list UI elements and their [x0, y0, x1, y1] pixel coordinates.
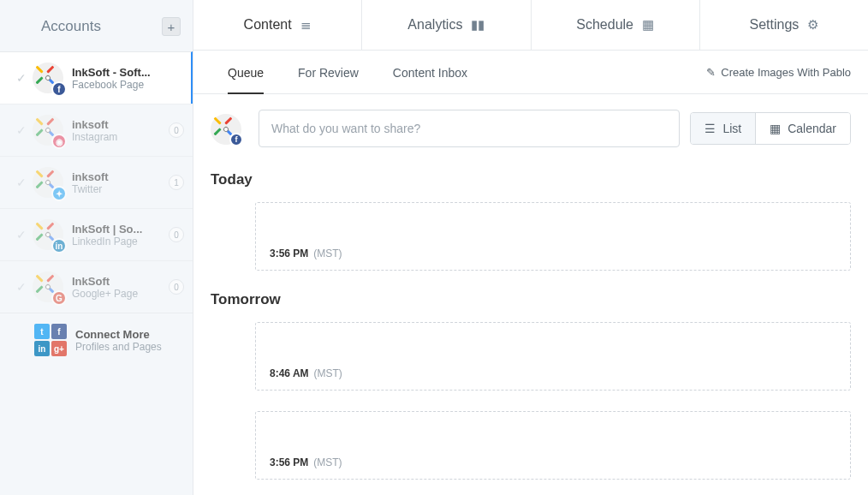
- tab-schedule[interactable]: Schedule ▦: [532, 0, 700, 50]
- list-icon: ☰: [705, 122, 716, 135]
- view-toggle: ☰ List ▦ Calendar: [690, 112, 851, 145]
- account-subtype: LinkedIn Page: [72, 236, 163, 248]
- check-icon: ✓: [10, 71, 33, 85]
- tab-label: Content: [244, 17, 292, 33]
- subtab-for-review[interactable]: For Review: [281, 51, 376, 93]
- slot-time: 3:56 PM: [270, 248, 308, 259]
- slot-timezone: (MST): [313, 456, 342, 468]
- calendar-label: Calendar: [788, 122, 836, 135]
- avatar: in: [33, 219, 63, 250]
- account-name: InkSoft | So...: [72, 223, 163, 236]
- account-subtype: Google+ Page: [72, 288, 163, 300]
- connect-more-button[interactable]: tf ing+ Connect More Profiles and Pages: [0, 313, 193, 367]
- check-icon: ✓: [10, 123, 33, 137]
- accounts-list: ✓ f InkSoft - Soft... Facebook Page ✓ ◉ …: [0, 51, 193, 367]
- tab-settings[interactable]: Settings ⚙: [700, 0, 868, 50]
- connect-title: Connect More: [75, 328, 184, 341]
- connect-sub: Profiles and Pages: [75, 341, 184, 353]
- account-item-twitter[interactable]: ✓ ✦ inksoft Twitter 1: [0, 156, 193, 208]
- calendar-view-button[interactable]: ▦ Calendar: [755, 113, 850, 144]
- account-item-linkedin[interactable]: ✓ in InkSoft | So... LinkedIn Page 0: [0, 208, 193, 260]
- instagram-icon: ◉: [51, 134, 67, 149]
- tab-content[interactable]: Content ≣: [193, 0, 362, 50]
- accounts-sidebar: Accounts + ✓ f InkSoft - Soft... Faceboo…: [0, 0, 193, 495]
- sidebar-title: Accounts: [41, 18, 101, 35]
- slot-timezone: (MST): [313, 248, 342, 259]
- facebook-icon: f: [51, 81, 67, 97]
- tab-label: Schedule: [576, 17, 633, 33]
- sidebar-header: Accounts +: [0, 12, 193, 51]
- googleplus-icon: G: [51, 290, 67, 306]
- slot-time: 3:56 PM: [270, 456, 308, 468]
- share-input[interactable]: [259, 110, 680, 147]
- account-item-facebook[interactable]: ✓ f InkSoft - Soft... Facebook Page: [0, 51, 193, 104]
- queue-count-badge: 0: [169, 122, 184, 138]
- day-heading: Today: [211, 171, 851, 188]
- account-name: inksoft: [72, 118, 163, 131]
- slot-timezone: (MST): [313, 367, 342, 379]
- account-item-instagram[interactable]: ✓ ◉ inksoft Instagram 0: [0, 104, 193, 156]
- avatar: ◉: [33, 115, 63, 146]
- composer-avatar: f: [211, 114, 240, 143]
- main-area: Content ≣ Analytics ▮▮ Schedule ▦ Settin…: [193, 0, 868, 495]
- gear-icon: ⚙: [807, 17, 818, 33]
- account-subtype: Twitter: [72, 183, 163, 195]
- calendar-icon: ▦: [770, 122, 781, 135]
- account-name: InkSoft: [72, 275, 163, 288]
- linkedin-icon: in: [51, 238, 67, 253]
- top-nav: Content ≣ Analytics ▮▮ Schedule ▦ Settin…: [193, 0, 868, 51]
- check-icon: ✓: [10, 228, 33, 242]
- day-heading: Tomorrow: [211, 291, 851, 308]
- account-subtype: Instagram: [72, 131, 163, 143]
- connect-icons: tf ing+: [34, 324, 67, 356]
- slot-time: 8:46 AM: [270, 367, 309, 379]
- list-view-button[interactable]: ☰ List: [691, 113, 755, 144]
- queue-count-badge: 0: [169, 279, 184, 295]
- tab-analytics[interactable]: Analytics ▮▮: [362, 0, 531, 50]
- wand-icon: ✎: [706, 66, 716, 79]
- account-subtype: Facebook Page: [72, 79, 182, 91]
- tab-label: Settings: [749, 17, 799, 33]
- list-label: List: [722, 122, 741, 135]
- stack-icon: ≣: [300, 17, 312, 33]
- check-icon: ✓: [10, 280, 33, 294]
- composer-row: f ☰ List ▦ Calendar: [211, 110, 851, 147]
- avatar: G: [33, 271, 63, 302]
- facebook-icon: f: [229, 133, 243, 146]
- add-account-button[interactable]: +: [162, 17, 181, 36]
- twitter-icon: ✦: [51, 186, 67, 201]
- queue-slot[interactable]: 3:56 PM (MST): [255, 411, 851, 480]
- avatar: f: [33, 63, 63, 93]
- account-name: inksoft: [72, 170, 163, 183]
- account-name: InkSoft - Soft...: [72, 66, 182, 79]
- sub-nav: Queue For Review Content Inbox ✎ Create …: [193, 51, 868, 94]
- pablo-label: Create Images With Pablo: [721, 66, 851, 79]
- chart-icon: ▮▮: [471, 17, 485, 33]
- queue-content: f ☰ List ▦ Calendar Today 3:56 PM (: [193, 94, 868, 495]
- subtab-queue[interactable]: Queue: [211, 51, 281, 93]
- avatar: ✦: [33, 167, 63, 198]
- subtab-content-inbox[interactable]: Content Inbox: [376, 51, 485, 93]
- queue-slot[interactable]: 8:46 AM (MST): [255, 322, 851, 391]
- app-root: Accounts + ✓ f InkSoft - Soft... Faceboo…: [0, 0, 868, 495]
- calendar-icon: ▦: [642, 17, 654, 33]
- tab-label: Analytics: [407, 17, 462, 33]
- create-images-pablo-link[interactable]: ✎ Create Images With Pablo: [706, 66, 851, 79]
- queue-count-badge: 1: [169, 175, 184, 190]
- queue-count-badge: 0: [169, 227, 184, 242]
- account-item-googleplus[interactable]: ✓ G InkSoft Google+ Page 0: [0, 260, 193, 313]
- check-icon: ✓: [10, 176, 33, 189]
- queue-slot[interactable]: 3:56 PM (MST): [255, 202, 851, 271]
